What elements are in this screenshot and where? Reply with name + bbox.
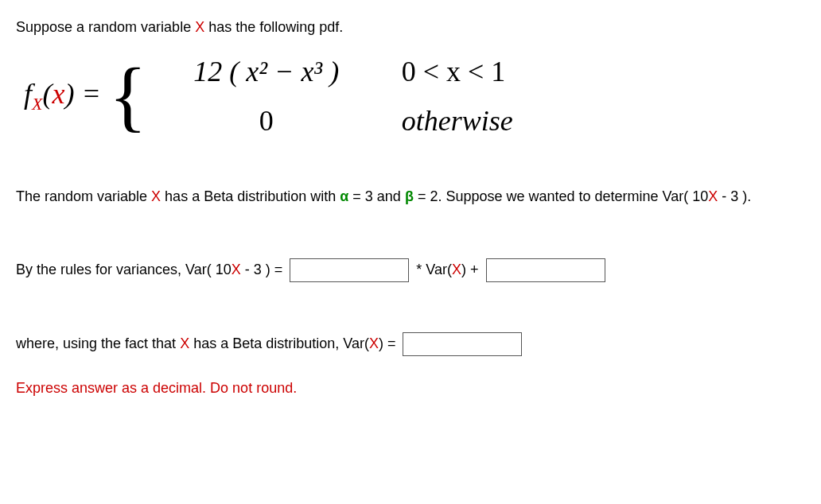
beta-variance-line: where, using the fact that X has a Beta …	[16, 332, 805, 356]
case-row-1: 12 ( x² − x³ ) 0 < x < 1	[155, 55, 513, 88]
intro-text-1: Suppose a random variable	[16, 19, 195, 35]
para2-p3: = 3 and	[348, 188, 405, 204]
para2-p5: - 3 ).	[718, 188, 751, 204]
pdf-equation: fX(x) = { 12 ( x² − x³ ) 0 < x < 1 0 oth…	[24, 55, 805, 138]
variance-rule-line: By the rules for variances, Var( 10X - 3…	[16, 258, 805, 282]
variance-input[interactable]	[403, 332, 522, 356]
fx-label: fX(x) =	[24, 77, 101, 114]
beta-symbol: β	[405, 188, 414, 204]
cases: 12 ( x² − x³ ) 0 < x < 1 0 otherwise	[155, 55, 513, 138]
fx-subscript: X	[32, 94, 42, 114]
line3-p1: By the rules for variances, Var( 10	[16, 262, 232, 277]
line3-p2: - 3 ) =	[241, 262, 287, 277]
line3-x1: X	[232, 262, 241, 277]
line4-x1: X	[180, 335, 189, 351]
fx-x: x	[52, 78, 64, 110]
para2-p4: = 2. Suppose we wanted to determine Var(…	[414, 188, 708, 204]
line3-x2: X	[452, 262, 461, 277]
para2-p1: The random variable	[16, 188, 151, 204]
case2-condition: otherwise	[402, 104, 513, 138]
line4-p3: ) =	[379, 335, 400, 351]
constant-input[interactable]	[486, 258, 605, 282]
intro-line: Suppose a random variable X has the foll…	[16, 16, 805, 39]
line3-p4: ) +	[461, 262, 483, 277]
x-variable: X	[195, 19, 204, 35]
instruction-line: Express answer as a decimal. Do not roun…	[16, 377, 805, 400]
case1-condition: 0 < x < 1	[402, 55, 506, 88]
fx-f: f	[24, 78, 32, 110]
beta-description: The random variable X has a Beta distrib…	[16, 185, 805, 208]
line4-x2: X	[369, 335, 379, 351]
case-row-2: 0 otherwise	[155, 104, 513, 138]
alpha-symbol: α	[340, 188, 348, 204]
fx-close: ) =	[64, 78, 100, 110]
para2-x1: X	[151, 188, 161, 204]
intro-text-2: has the following pdf.	[204, 19, 343, 35]
para2-x2: X	[708, 188, 718, 204]
fx-open: (	[42, 78, 52, 110]
para2-p2: has a Beta distribution with	[161, 188, 340, 204]
case1-expression: 12 ( x² − x³ )	[155, 55, 378, 88]
case2-expression: 0	[155, 104, 378, 138]
line4-p2: has a Beta distribution, Var(	[189, 335, 369, 351]
line4-p1: where, using the fact that	[16, 335, 180, 351]
line3-p3: * Var(	[412, 262, 452, 277]
coefficient-input[interactable]	[290, 258, 409, 282]
